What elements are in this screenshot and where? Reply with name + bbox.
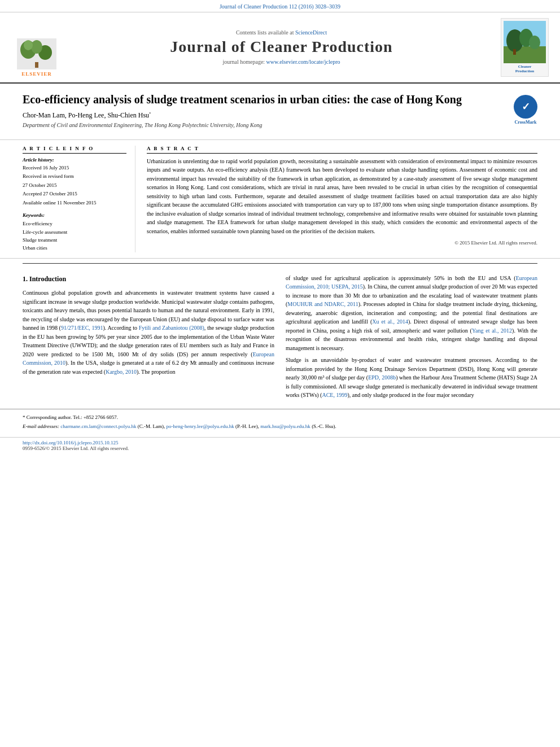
keywords-section: Keywords: Eco-efficiency Life-cycle asse… bbox=[23, 212, 126, 252]
cleaner-production-logo: CleanerProduction bbox=[501, 18, 549, 77]
affiliation: Department of Civil and Environmental En… bbox=[23, 122, 508, 128]
abstract-panel: A B S T R A C T Urbanization is unrelent… bbox=[147, 146, 537, 252]
science-direct-link[interactable]: ScienceDirect bbox=[295, 29, 327, 36]
svg-point-5 bbox=[24, 40, 33, 50]
ref-link-xu2014[interactable]: Xu et al., 2014 bbox=[372, 318, 408, 325]
email-addresses: E-mail addresses: charmane.cm.lam@connec… bbox=[23, 423, 537, 431]
issn-copyright: 0959-6526/© 2015 Elsevier Ltd. All right… bbox=[23, 445, 129, 451]
accepted-date: Accepted 27 October 2015 bbox=[23, 190, 126, 198]
body-col-right: of sludge used for agricultural applicat… bbox=[286, 274, 537, 403]
email-lee[interactable]: po-heng-henry.lee@polyu.edu.hk bbox=[166, 423, 234, 429]
elsevier-tree-icon bbox=[17, 38, 56, 69]
section-divider bbox=[23, 263, 537, 264]
body-col-left: 1. Introduction Continuous global popula… bbox=[23, 274, 274, 403]
journal-header-center: Contents lists available at ScienceDirec… bbox=[68, 18, 495, 77]
bottom-bar: http://dx.doi.org/10.1016/j.jclepro.2015… bbox=[0, 437, 560, 453]
cleaner-production-image bbox=[504, 21, 546, 63]
svg-point-3 bbox=[31, 40, 42, 54]
science-direct-notice: Contents lists available at ScienceDirec… bbox=[236, 29, 327, 36]
keyword-1: Eco-efficiency bbox=[23, 220, 126, 228]
corresponding-author-marker: * bbox=[149, 111, 151, 116]
paper-header: Eco-efficiency analysis of sludge treatm… bbox=[0, 84, 560, 140]
svg-rect-4 bbox=[35, 62, 38, 68]
svg-point-10 bbox=[529, 36, 540, 49]
intro-heading: 1. Introduction bbox=[23, 274, 274, 285]
ref-link-mouhur[interactable]: MOUHUR and NDARC, 2011 bbox=[287, 301, 358, 307]
ref-link-fytili[interactable]: Fytili and Zabaniotou (2008) bbox=[139, 325, 204, 331]
available-online-date: Available online 11 November 2015 bbox=[23, 199, 126, 207]
journal-homepage: journal homepage: www.elsevier.com/locat… bbox=[222, 59, 340, 65]
keyword-2: Life-cycle assessment bbox=[23, 228, 126, 236]
ref-link-epd2008[interactable]: EPD, 2008b bbox=[368, 374, 396, 381]
intro-para-2: of sludge used for agricultural applicat… bbox=[286, 274, 537, 353]
article-history: Article history: Received 16 July 2015 R… bbox=[23, 157, 126, 207]
ref-link-ec2010-2[interactable]: European Commission, 2010; USEPA, 2015 bbox=[286, 275, 537, 290]
received-revised-date: 27 October 2015 bbox=[23, 182, 126, 190]
journal-title: Journal of Cleaner Production bbox=[170, 38, 392, 56]
abstract-heading: A B S T R A C T bbox=[147, 146, 537, 154]
svg-rect-11 bbox=[513, 49, 516, 55]
corresponding-author-note: * Corresponding author. Tel.: +852 2766 … bbox=[23, 414, 537, 422]
keyword-3: Sludge treatment bbox=[23, 236, 126, 244]
keyword-4: Urban cities bbox=[23, 244, 126, 252]
ref-link-ace1999[interactable]: ACE, 1999 bbox=[322, 392, 347, 398]
authors: Chor-Man Lam, Po-Heng Lee, Shu-Chien Hsu… bbox=[23, 111, 508, 120]
doi-link[interactable]: http://dx.doi.org/10.1016/j.jclepro.2015… bbox=[23, 440, 119, 445]
ref-link-yang2012[interactable]: Yang et al., 2012 bbox=[472, 327, 512, 334]
article-info-heading: A R T I C L E I N F O bbox=[23, 146, 126, 154]
abstract-text: Urbanization is unrelenting due to rapid… bbox=[147, 157, 537, 236]
article-info-panel: A R T I C L E I N F O Article history: R… bbox=[23, 146, 135, 252]
copyright-notice: © 2015 Elsevier Ltd. All rights reserved… bbox=[147, 240, 537, 246]
keywords-heading: Keywords: bbox=[23, 212, 126, 218]
cleaner-prod-label: CleanerProduction bbox=[515, 64, 534, 74]
body-content: 1. Introduction Continuous global popula… bbox=[0, 268, 560, 409]
ref-link-eu1991[interactable]: 91/271/EEC, 1991 bbox=[61, 325, 103, 331]
intro-para-3: Sludge is an unavoidable by-product of w… bbox=[286, 356, 537, 400]
elsevier-brand-text: ELSEVIER bbox=[21, 71, 52, 77]
ref-link-kargbo[interactable]: Kargbo, 2010 bbox=[106, 369, 137, 375]
ref-link-ec2010[interactable]: European Commission, 2010 bbox=[23, 351, 274, 366]
homepage-link[interactable]: www.elsevier.com/locate/jclepro bbox=[266, 59, 340, 65]
received-date: Received 16 July 2015 bbox=[23, 164, 126, 172]
received-revised-label: Received in revised form bbox=[23, 173, 126, 181]
journal-reference: Journal of Cleaner Production 112 (2016)… bbox=[0, 0, 560, 12]
email-lam[interactable]: charmane.cm.lam@connect.polyu.hk bbox=[60, 423, 136, 429]
paper-title: Eco-efficiency analysis of sludge treatm… bbox=[23, 92, 508, 107]
intro-para-1: Continuous global population growth and … bbox=[23, 289, 274, 376]
elsevier-logo: ELSEVIER bbox=[11, 18, 62, 77]
journal-header: ELSEVIER Contents lists available at Sci… bbox=[0, 12, 560, 84]
footnotes: * Corresponding author. Tel.: +852 2766 … bbox=[0, 409, 560, 437]
crossmark-badge[interactable]: ✓ CrossMark bbox=[514, 95, 537, 125]
email-hsu[interactable]: mark.hsu@polyu.edu.hk bbox=[260, 423, 310, 429]
cleaner-prod-image-icon bbox=[504, 21, 546, 63]
article-info-abstract: A R T I C L E I N F O Article history: R… bbox=[0, 140, 560, 259]
history-heading: Article history: bbox=[23, 157, 126, 163]
